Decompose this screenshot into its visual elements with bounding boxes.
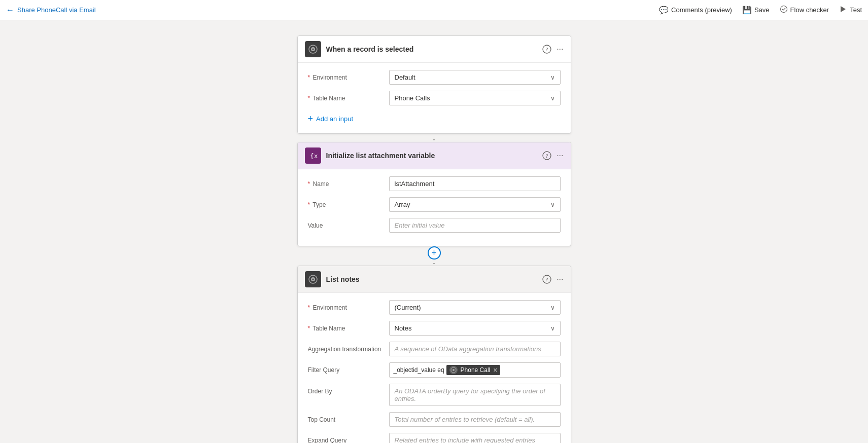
trigger-more-button[interactable]: ··· <box>557 45 563 54</box>
svg-text:?: ? <box>546 153 548 159</box>
test-button[interactable]: Test <box>839 5 862 15</box>
environment-row: * Environment Default ∨ <box>308 70 561 85</box>
ln-expand-row: Expand Query Related entries to include … <box>308 433 561 443</box>
ln-aggregation-label: Aggregation transformation <box>308 342 389 353</box>
list-notes-icon <box>305 271 321 287</box>
svg-point-10 <box>312 279 314 280</box>
table-name-row: * Table Name Phone Calls ∨ <box>308 91 561 105</box>
filter-prefix: _objectid_value eq <box>394 366 444 374</box>
flow-checker-button[interactable]: Flow checker <box>780 5 829 15</box>
page-title: Share PhoneCall via Email <box>17 6 96 14</box>
ln-aggregation-input[interactable]: A sequence of OData aggregation transfor… <box>389 342 561 356</box>
top-bar-actions: 💬 Comments (preview) 💾 Save Flow checker <box>659 5 862 15</box>
add-input-label: Add an input <box>316 115 353 123</box>
var-value-label: Value <box>308 218 389 229</box>
variable-card-header: {x} Initialize list attachment variable … <box>298 142 571 169</box>
filter-token: Phone Call × <box>446 365 501 375</box>
canvas: When a record is selected ? ··· * Enviro… <box>0 20 868 443</box>
trigger-card: When a record is selected ? ··· * Enviro… <box>297 35 571 134</box>
connector-1: ↓ <box>432 134 436 142</box>
svg-point-2 <box>312 49 314 50</box>
variable-card: {x} Initialize list attachment variable … <box>297 142 571 246</box>
ln-table-name-row: * Table Name Notes ∨ <box>308 321 561 336</box>
trigger-header-actions: ? ··· <box>542 45 563 54</box>
svg-text:?: ? <box>546 276 548 282</box>
top-bar: ← Share PhoneCall via Email 💬 Comments (… <box>0 0 868 20</box>
svg-text:?: ? <box>546 46 548 52</box>
var-type-dropdown[interactable]: Array ∨ <box>389 197 561 212</box>
var-value-input[interactable]: Enter initial value <box>389 218 561 233</box>
list-notes-more-button[interactable]: ··· <box>557 275 563 284</box>
comments-button[interactable]: 💬 Comments (preview) <box>659 6 732 15</box>
svg-text:{x}: {x} <box>310 152 318 160</box>
list-notes-header: List notes ? ··· <box>298 266 571 293</box>
token-icon <box>449 366 458 374</box>
add-step-button-2[interactable]: + <box>428 246 441 260</box>
ln-aggregation-row: Aggregation transformation A sequence of… <box>308 342 561 356</box>
variable-help-button[interactable]: ? <box>542 151 551 160</box>
list-notes-header-actions: ? ··· <box>542 275 563 284</box>
environment-dropdown-arrow: ∨ <box>550 74 555 81</box>
back-button[interactable]: ← Share PhoneCall via Email <box>6 6 96 15</box>
add-input-plus-icon: + <box>308 114 314 124</box>
ln-expand-input[interactable]: Related entries to include with requeste… <box>389 433 561 443</box>
ln-top-count-label: Top Count <box>308 412 389 423</box>
token-close-button[interactable]: × <box>493 366 497 374</box>
ln-order-row: Order By An ODATA orderBy query for spec… <box>308 384 561 406</box>
ln-filter-input[interactable]: _objectid_value eq Phone Call × <box>389 362 561 378</box>
ln-env-dropdown-arrow: ∨ <box>550 304 555 311</box>
ln-environment-dropdown[interactable]: (Current) ∨ <box>389 300 561 315</box>
back-arrow-icon: ← <box>6 6 14 15</box>
ln-top-count-row: Top Count Total number of entries to ret… <box>308 412 561 427</box>
var-name-label: * Name <box>308 176 389 188</box>
var-type-label: * Type <box>308 197 389 208</box>
list-notes-card: List notes ? ··· * Environment <box>297 266 571 443</box>
token-label: Phone Call <box>461 366 491 374</box>
save-button[interactable]: 💾 Save <box>742 6 770 15</box>
trigger-icon <box>305 41 321 57</box>
var-type-row: * Type Array ∨ <box>308 197 561 212</box>
ln-top-count-input[interactable]: Total number of entries to retrieve (def… <box>389 412 561 427</box>
ln-environment-label: * Environment <box>308 300 389 311</box>
ln-order-label: Order By <box>308 384 389 395</box>
table-name-label: * Table Name <box>308 91 389 102</box>
variable-more-button[interactable]: ··· <box>557 151 563 160</box>
variable-title: Initialize list attachment variable <box>326 152 538 160</box>
trigger-card-body: * Environment Default ∨ * Table Name Pho… <box>298 63 571 133</box>
trigger-title: When a record is selected <box>326 45 538 53</box>
ln-environment-row: * Environment (Current) ∨ <box>308 300 561 315</box>
add-input-button[interactable]: + Add an input <box>308 112 561 126</box>
table-name-dropdown[interactable]: Phone Calls ∨ <box>389 91 561 105</box>
ln-table-name-dropdown[interactable]: Notes ∨ <box>389 321 561 336</box>
save-icon: 💾 <box>742 6 752 15</box>
variable-card-body: * Name lstAttachment * Type Array ∨ <box>298 169 571 246</box>
svg-point-14 <box>453 369 455 371</box>
list-notes-card-body: * Environment (Current) ∨ * Table Name N… <box>298 293 571 443</box>
table-name-dropdown-arrow: ∨ <box>550 95 555 102</box>
flow-checker-icon <box>780 5 788 15</box>
trigger-help-button[interactable]: ? <box>542 45 551 54</box>
trigger-card-header: When a record is selected ? ··· <box>298 36 571 63</box>
ln-filter-label: Filter Query <box>308 362 389 374</box>
ln-table-name-label: * Table Name <box>308 321 389 332</box>
environment-label: * Environment <box>308 70 389 81</box>
arrow-down-1: ↓ <box>432 134 436 142</box>
list-notes-title: List notes <box>326 275 538 283</box>
ln-order-input[interactable]: An ODATA orderBy query for specifying th… <box>389 384 561 406</box>
connector-2-wrapper: + ↓ <box>428 246 441 266</box>
list-notes-help-button[interactable]: ? <box>542 275 551 284</box>
comments-icon: 💬 <box>659 6 669 15</box>
var-name-input[interactable]: lstAttachment <box>389 176 561 191</box>
variable-header-actions: ? ··· <box>542 151 563 160</box>
environment-dropdown[interactable]: Default ∨ <box>389 70 561 85</box>
test-icon <box>839 5 847 15</box>
var-name-row: * Name lstAttachment <box>308 176 561 191</box>
ln-expand-label: Expand Query <box>308 433 389 443</box>
var-value-row: Value Enter initial value <box>308 218 561 233</box>
var-type-dropdown-arrow: ∨ <box>550 201 555 208</box>
variable-icon: {x} <box>305 147 321 164</box>
ln-filter-row: Filter Query _objectid_value eq Phone Ca… <box>308 362 561 378</box>
ln-table-dropdown-arrow: ∨ <box>550 325 555 332</box>
